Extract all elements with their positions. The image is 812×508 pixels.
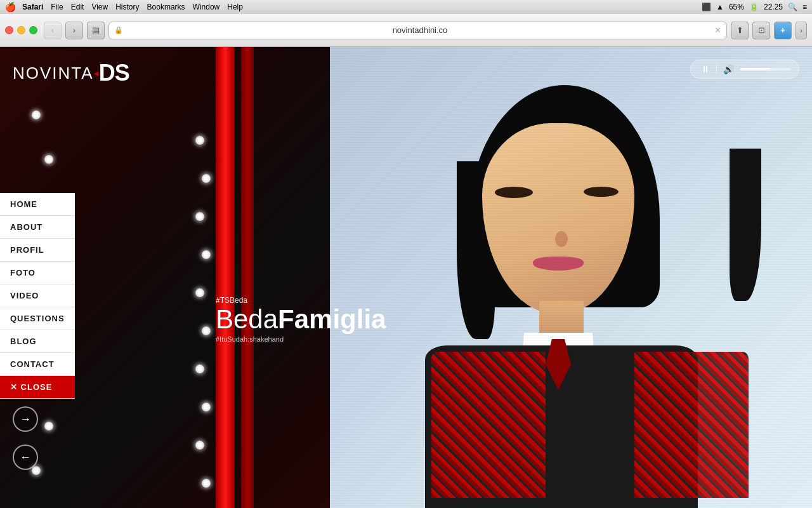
- slide-title: #TSBeda BedaFamiglia #ItuSudah:shakehand: [216, 296, 386, 343]
- nav-item-blog[interactable]: BLOG: [0, 330, 75, 353]
- nav-item-profil[interactable]: PROFIL: [0, 239, 75, 262]
- search-menubar-icon[interactable]: 🔍: [788, 3, 797, 11]
- clear-url-button[interactable]: ✕: [714, 25, 721, 35]
- lock-icon: 🔒: [114, 26, 123, 34]
- forward-icon: ›: [73, 25, 75, 35]
- light-dot: [202, 326, 211, 335]
- light-dot: [32, 110, 41, 119]
- light-dot: [202, 403, 211, 411]
- time-display: 22.25: [764, 3, 783, 11]
- url-display: novintadhini.co: [126, 25, 714, 35]
- maximize-window-button[interactable]: [29, 26, 37, 34]
- curtain-bar-main: [216, 47, 235, 508]
- share-icon: ⬆: [737, 25, 743, 35]
- apple-menu[interactable]: 🍎: [5, 2, 16, 12]
- battery-label: 65%: [729, 3, 744, 11]
- address-bar[interactable]: 🔒 novintadhini.co ✕: [108, 22, 727, 39]
- jacket-right-plaid: [634, 352, 749, 498]
- eye-right: [584, 187, 619, 197]
- logo-ds: DS: [99, 60, 129, 86]
- nav-item-questions[interactable]: QUESTIONS: [0, 307, 75, 330]
- nav-menu: HOME ABOUT PROFIL FOTO VIDEO QUESTIONS B…: [0, 193, 75, 399]
- wifi-icon: ▲: [716, 3, 724, 11]
- battery-icon: 🔋: [749, 3, 759, 11]
- controls-divider: [716, 64, 717, 74]
- light-dot: [195, 288, 204, 297]
- site-logo: NOVINTA ◂ DS: [13, 60, 129, 86]
- new-tab-button[interactable]: +: [774, 22, 792, 39]
- back-button[interactable]: ‹: [44, 22, 62, 39]
- nav-item-close[interactable]: ✕ CLOSE: [0, 376, 75, 399]
- prev-slide-button[interactable]: ←: [13, 444, 38, 470]
- left-arrow-icon: ←: [20, 451, 31, 464]
- logo-arrow-icon: ◂: [94, 68, 98, 78]
- browser-chrome: ‹ › ▤ 🔒 novintadhini.co ✕ ⬆ ⊡ + ›: [0, 14, 812, 47]
- tab-manager-button[interactable]: ⊡: [752, 22, 770, 39]
- logo-novinta: NOVINTA: [13, 64, 94, 83]
- volume-bar[interactable]: [740, 68, 791, 70]
- lips: [533, 257, 584, 271]
- beda-famiglia-title: BedaFamiglia: [216, 306, 386, 333]
- menubar-right: ⬛ ▲ 65% 🔋 22.25 🔍 ≡: [702, 0, 807, 14]
- light-dot: [195, 364, 204, 373]
- browser-actions: ⬆ ⊡ + ›: [731, 22, 807, 39]
- light-dot: [44, 155, 53, 164]
- next-slide-button[interactable]: →: [13, 406, 38, 432]
- share-button[interactable]: ⬆: [731, 22, 749, 39]
- right-arrow-icon: →: [20, 413, 31, 426]
- minimize-window-button[interactable]: [17, 26, 25, 34]
- menubar-view[interactable]: View: [91, 3, 108, 11]
- extend-button[interactable]: ›: [796, 22, 807, 39]
- website-content: NOVINTA ◂ DS HOME ABOUT PROFIL FOTO VIDE…: [0, 47, 812, 508]
- back-icon: ‹: [51, 25, 54, 35]
- light-dot: [202, 174, 211, 183]
- sidebar-icon: ▤: [92, 25, 100, 35]
- nav-item-about[interactable]: ABOUT: [0, 216, 75, 239]
- sidebar-toggle-button[interactable]: ▤: [87, 22, 105, 39]
- hashtag-tsbeda: #TSBeda: [216, 296, 386, 305]
- menubar-window[interactable]: Window: [193, 3, 220, 11]
- famiglia-bold-text: Famiglia: [278, 304, 386, 334]
- jacket-left-plaid: [431, 352, 546, 498]
- photo-area: [330, 47, 812, 508]
- menubar-help[interactable]: Help: [227, 3, 243, 11]
- menubar-file[interactable]: File: [51, 3, 63, 11]
- volume-button[interactable]: 🔊: [721, 64, 737, 74]
- nav-item-contact[interactable]: CONTACT: [0, 353, 75, 376]
- curtain-bar-secondary: [241, 47, 254, 508]
- menubar-bookmarks[interactable]: Bookmarks: [147, 3, 185, 11]
- hashtag-bottom: #ItuSudah:shakehand: [216, 335, 386, 343]
- chevron-right-icon: ›: [800, 27, 802, 34]
- hair-right: [730, 149, 761, 301]
- volume-bar-fill: [740, 68, 771, 70]
- menubar-history[interactable]: History: [115, 3, 139, 11]
- menubar: 🍎 Safari File Edit View History Bookmark…: [0, 0, 812, 14]
- menubar-safari[interactable]: Safari: [22, 3, 43, 11]
- beda-light-text: Beda: [216, 304, 278, 334]
- plus-icon: +: [780, 25, 785, 35]
- forward-button[interactable]: ›: [65, 22, 83, 39]
- light-dot: [202, 479, 211, 488]
- light-dot: [195, 136, 204, 145]
- menubar-items: Safari File Edit View History Bookmarks …: [22, 3, 243, 11]
- light-dot: [32, 466, 41, 475]
- light-dot: [44, 422, 53, 431]
- list-icon[interactable]: ≡: [802, 3, 807, 11]
- menubar-edit[interactable]: Edit: [71, 3, 84, 11]
- video-controls: ⏸ 🔊: [690, 60, 799, 79]
- pause-button[interactable]: ⏸: [698, 64, 712, 74]
- tab-icon: ⊡: [758, 25, 765, 35]
- light-dot: [202, 250, 211, 259]
- light-dot: [195, 212, 204, 221]
- nav-item-foto[interactable]: FOTO: [0, 262, 75, 284]
- traffic-lights: [5, 26, 37, 34]
- eye-left: [495, 187, 533, 198]
- nav-item-video[interactable]: VIDEO: [0, 284, 75, 307]
- close-window-button[interactable]: [5, 26, 13, 34]
- light-dot: [195, 441, 204, 450]
- screen-icon: ⬛: [702, 3, 711, 11]
- nose: [555, 231, 568, 247]
- person-figure: [330, 47, 812, 508]
- nav-item-home[interactable]: HOME: [0, 193, 75, 216]
- logo-text: NOVINTA ◂ DS: [13, 60, 129, 86]
